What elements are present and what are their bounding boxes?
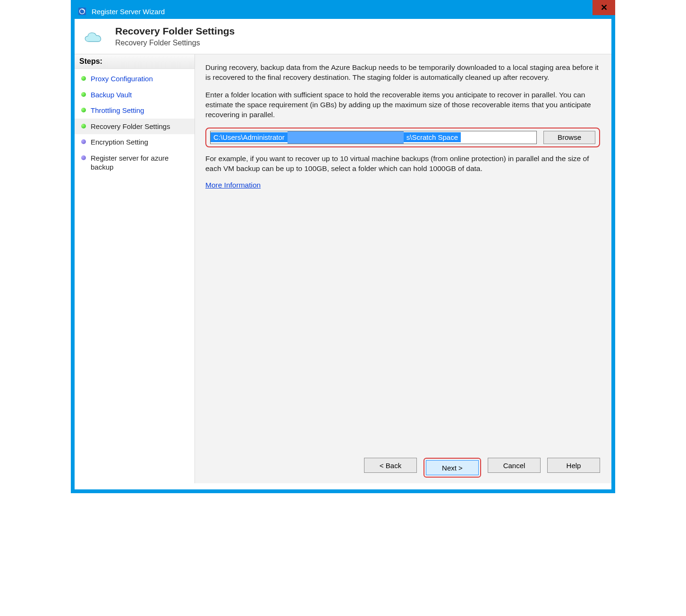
step-encryption-setting[interactable]: Encryption Setting	[75, 134, 195, 150]
folder-input-row: C:\Users\Administrator s\Scratch Space B…	[205, 128, 600, 147]
path-trailing-space	[461, 131, 536, 144]
step-label: Throttling Setting	[91, 106, 144, 115]
page-title: Recovery Folder Settings	[115, 26, 235, 37]
step-done-icon	[81, 76, 86, 81]
app-icon	[77, 7, 87, 16]
step-label: Encryption Setting	[91, 137, 148, 147]
step-backup-vault[interactable]: Backup Vault	[75, 87, 195, 103]
browse-button[interactable]: Browse	[543, 131, 595, 144]
step-recovery-folder-settings[interactable]: Recovery Folder Settings	[75, 119, 195, 135]
close-button[interactable]: ✕	[593, 0, 615, 15]
step-current-icon	[81, 124, 86, 128]
body: Steps: Proxy Configuration Backup Vault …	[75, 54, 611, 483]
path-segment-right: s\Scratch Space	[404, 132, 461, 142]
sidebar: Steps: Proxy Configuration Backup Vault …	[75, 54, 195, 483]
step-throttling-setting[interactable]: Throttling Setting	[75, 103, 195, 119]
back-button[interactable]: < Back	[364, 458, 417, 473]
titlebar: Register Server Wizard ✕	[75, 4, 611, 19]
page-subtitle: Recovery Folder Settings	[115, 39, 235, 47]
header-band: Recovery Folder Settings Recovery Folder…	[75, 19, 611, 54]
description-para-2: Enter a folder location with sufficient …	[205, 90, 600, 120]
close-icon: ✕	[601, 2, 608, 13]
path-segment-left: C:\Users\Administrator	[211, 132, 288, 142]
window-title: Register Server Wizard	[92, 8, 165, 16]
step-done-icon	[81, 108, 86, 112]
step-label: Recovery Folder Settings	[91, 122, 170, 131]
steps-heading: Steps:	[75, 54, 195, 69]
description-para-1: During recovery, backup data from the Az…	[205, 63, 600, 83]
step-label: Register server for azure backup	[91, 154, 190, 172]
cloud-icon	[80, 28, 106, 46]
folder-path-input[interactable]: C:\Users\Administrator s\Scratch Space	[210, 131, 537, 144]
step-label: Backup Vault	[91, 90, 132, 100]
step-done-icon	[81, 92, 86, 97]
step-pending-icon	[81, 155, 86, 160]
next-button-highlight: Next >	[423, 458, 481, 478]
footer-buttons: < Back Next > Cancel Help	[205, 453, 600, 478]
next-button[interactable]: Next >	[426, 460, 479, 475]
cancel-button[interactable]: Cancel	[488, 458, 541, 473]
step-register-server[interactable]: Register server for azure backup	[75, 150, 195, 175]
description-para-3: For example, if you want to recover up t…	[205, 154, 600, 174]
spacer	[205, 189, 600, 453]
steps-list: Proxy Configuration Backup Vault Throttl…	[75, 69, 195, 177]
wizard-window: Register Server Wizard ✕ Recovery Folder…	[71, 0, 615, 493]
step-label: Proxy Configuration	[91, 74, 153, 84]
step-proxy-configuration[interactable]: Proxy Configuration	[75, 71, 195, 87]
step-pending-icon	[81, 139, 86, 144]
more-information-link[interactable]: More Information	[205, 181, 600, 189]
header-titles: Recovery Folder Settings Recovery Folder…	[115, 26, 235, 47]
help-button[interactable]: Help	[547, 458, 600, 473]
main-panel: During recovery, backup data from the Az…	[195, 54, 611, 483]
path-segment-redacted	[288, 131, 404, 144]
